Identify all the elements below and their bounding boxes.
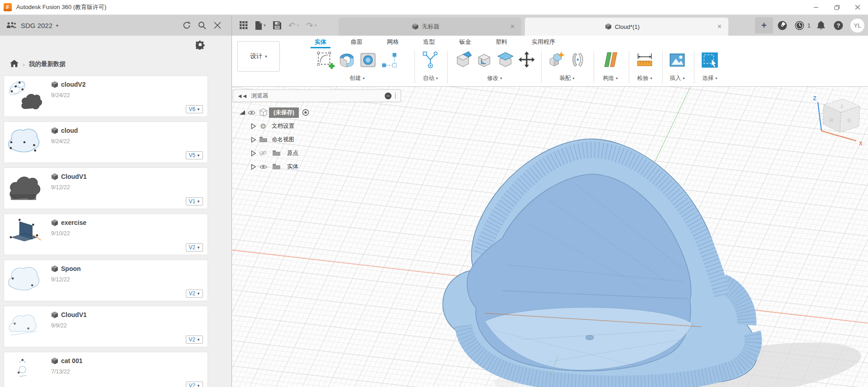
file-card[interactable]: exercise 9/10/22 V2▼ xyxy=(4,214,208,255)
restore-button[interactable] xyxy=(826,0,847,14)
group-label-insert[interactable]: 插入▾ xyxy=(670,75,684,82)
collapsed-triangle-icon[interactable] xyxy=(250,164,256,170)
group-label-construct[interactable]: 构造▾ xyxy=(603,75,618,82)
file-card[interactable]: cloud 9/24/22 V5▼ xyxy=(4,121,208,163)
tab-surface[interactable]: 曲面 xyxy=(339,37,375,47)
doc-tab-close-icon[interactable]: × xyxy=(508,23,517,31)
version-badge[interactable]: V6▼ xyxy=(186,105,203,113)
file-cube-icon xyxy=(51,266,58,272)
avatar[interactable]: YL xyxy=(850,19,864,33)
hole-icon[interactable] xyxy=(359,51,377,70)
move-copy-icon[interactable] xyxy=(517,51,536,70)
measure-icon[interactable] xyxy=(635,51,654,70)
job-status-clock-icon[interactable] xyxy=(792,18,807,33)
joint-icon[interactable] xyxy=(568,51,587,70)
visibility-eye-off-icon[interactable] xyxy=(256,150,270,156)
document-cube-icon xyxy=(412,23,419,30)
browser-minimize-icon[interactable]: – xyxy=(385,93,392,99)
breadcrumb-current[interactable]: 我的最新数据 xyxy=(29,60,66,68)
help-icon[interactable]: ? xyxy=(830,18,846,33)
root-document-label[interactable]: (未保存) xyxy=(269,107,299,118)
group-label-create[interactable]: 创建▾ xyxy=(349,75,364,82)
tab-form[interactable]: 造型 xyxy=(411,37,447,47)
split-body-icon[interactable] xyxy=(496,51,515,70)
generative-design-icon[interactable] xyxy=(421,51,440,70)
version-badge[interactable]: V1▼ xyxy=(186,197,203,205)
version-badge[interactable]: V2▼ xyxy=(186,382,203,387)
group-label-assemble[interactable]: 装配▾ xyxy=(559,75,574,82)
tab-sheetmetal[interactable]: 钣金 xyxy=(447,37,483,47)
project-chevron-down-icon[interactable]: ▾ xyxy=(56,23,58,28)
viewport-3d[interactable]: 上 前 右 Z X ◄◄ 浏览器 – xyxy=(232,87,868,387)
browser-collapse-icon[interactable]: ◄◄ xyxy=(237,93,247,99)
rectangular-pattern-icon[interactable] xyxy=(380,51,399,70)
file-menu-icon[interactable]: ▾ xyxy=(252,18,269,33)
doc-tab-untitled[interactable]: 无标题 × xyxy=(339,18,521,36)
collapsed-triangle-icon[interactable] xyxy=(250,123,256,129)
tree-item-label: 实体 xyxy=(287,163,298,171)
tree-row-root[interactable]: (未保存) xyxy=(233,106,401,119)
settings-gear-icon[interactable] xyxy=(196,40,205,51)
new-component-icon[interactable] xyxy=(547,51,566,70)
collapsed-triangle-icon[interactable] xyxy=(250,150,256,156)
tree-row-doc-settings[interactable]: ⚙ 文档设置 xyxy=(233,119,401,133)
save-icon[interactable] xyxy=(270,18,284,33)
tab-solid[interactable]: 实体 xyxy=(302,37,339,47)
file-card[interactable]: CloudV1 9/9/22 V2▼ xyxy=(4,306,208,347)
group-label-modify[interactable]: 修改▾ xyxy=(487,75,502,82)
tree-row-bodies[interactable]: 实体 xyxy=(233,160,401,173)
close-button[interactable] xyxy=(847,0,868,14)
visibility-eye-icon[interactable] xyxy=(245,110,257,115)
select-icon[interactable] xyxy=(700,51,719,70)
minimize-button[interactable] xyxy=(806,0,826,14)
collapsed-triangle-icon[interactable] xyxy=(250,137,256,143)
file-card[interactable]: cloudV2 9/24/22 V6▼ xyxy=(4,75,208,117)
expand-triangle-icon[interactable] xyxy=(239,110,245,115)
doc-tab-cloud[interactable]: Cloud*(1) × xyxy=(525,18,728,36)
extensions-icon[interactable] xyxy=(775,18,790,33)
group-automate: 自动▾ xyxy=(416,48,444,82)
construction-plane-icon[interactable] xyxy=(601,51,620,70)
project-name[interactable]: SDG 2022 xyxy=(21,22,52,29)
group-label-inspect[interactable]: 检验▾ xyxy=(637,75,652,82)
show-data-panel-icon[interactable] xyxy=(236,18,251,33)
tab-mesh[interactable]: 网格 xyxy=(375,37,411,47)
revolve-icon[interactable] xyxy=(337,51,356,70)
app-window: F Autodesk Fusion 360 (教育版许可) SDG 2022 ▾ xyxy=(0,0,868,387)
version-badge[interactable]: V2▼ xyxy=(186,243,203,252)
file-card[interactable]: CloudV1 9/12/22 V1▼ xyxy=(4,168,208,209)
create-sketch-icon[interactable] xyxy=(316,51,335,70)
doc-tab-title: 无标题 xyxy=(422,23,439,31)
window-title: Autodesk Fusion 360 (教育版许可) xyxy=(16,3,106,11)
tab-plastic[interactable]: 塑料 xyxy=(483,37,519,47)
tab-utilities[interactable]: 实用程序 xyxy=(519,37,567,47)
doc-tab-close-icon[interactable]: × xyxy=(715,23,724,31)
refresh-icon[interactable] xyxy=(179,18,194,33)
file-thumbnail xyxy=(5,307,44,346)
press-pull-icon[interactable] xyxy=(453,51,472,70)
tree-row-origin[interactable]: 原点 xyxy=(233,146,401,160)
group-label-automate[interactable]: 自动▾ xyxy=(423,75,438,82)
data-panel-header: SDG 2022 ▾ xyxy=(0,15,231,36)
search-icon[interactable] xyxy=(194,18,210,33)
fillet-icon[interactable] xyxy=(475,51,494,70)
version-badge[interactable]: V2▼ xyxy=(186,336,203,344)
new-document-button[interactable]: + xyxy=(755,17,773,33)
file-date: 7/13/22 xyxy=(51,368,70,375)
activate-radio-icon[interactable] xyxy=(299,109,312,116)
undo-icon[interactable]: ↶▾ xyxy=(285,18,302,33)
version-badge[interactable]: V5▼ xyxy=(186,151,203,159)
file-card[interactable]: Spoon 9/12/22 V2▼ xyxy=(4,260,208,301)
redo-icon[interactable]: ↷▾ xyxy=(303,18,320,33)
notifications-bell-icon[interactable] xyxy=(813,18,829,33)
browser-grip[interactable] xyxy=(395,93,397,99)
version-badge[interactable]: V2▼ xyxy=(186,289,203,298)
tree-row-named-views[interactable]: 命名视图 xyxy=(233,133,401,146)
home-icon[interactable] xyxy=(10,60,19,69)
file-card[interactable]: cat 001 7/13/22 V2▼ xyxy=(4,352,208,387)
close-panel-icon[interactable] xyxy=(210,18,225,33)
group-label-select[interactable]: 选择▾ xyxy=(702,75,717,82)
visibility-eye-icon[interactable] xyxy=(256,164,270,169)
insert-image-icon[interactable] xyxy=(668,51,687,70)
group-construct: 构造▾ xyxy=(595,48,625,82)
